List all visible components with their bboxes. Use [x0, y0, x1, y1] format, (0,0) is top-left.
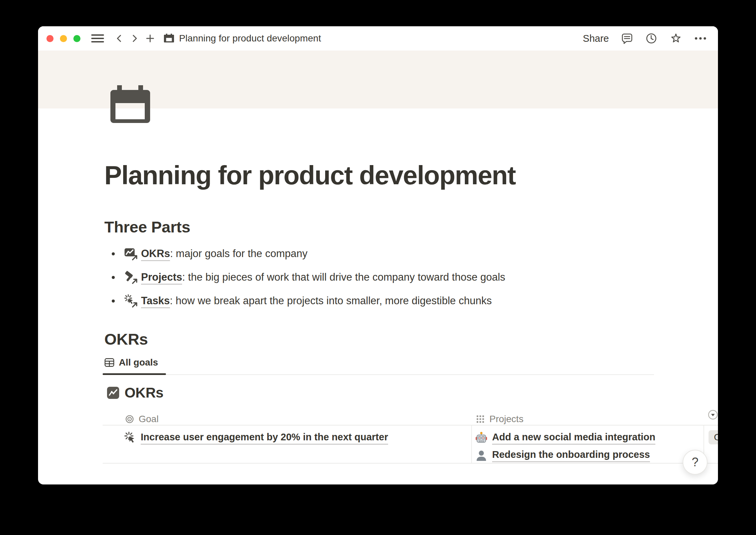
chart-increasing-icon [107, 387, 119, 399]
column-header-goal[interactable]: Goal [125, 412, 159, 426]
traffic-lights [46, 35, 80, 42]
column-header-label: Projects [489, 414, 523, 424]
breadcrumb-page-title[interactable]: Planning for product development [179, 33, 321, 44]
database-title[interactable]: OKRs [107, 385, 164, 401]
breadcrumb-calendar-icon [164, 33, 174, 43]
desktop-background: Planning for product development Share [0, 0, 756, 535]
notion-window: Planning for product development Share [38, 26, 718, 484]
page-title[interactable]: Planning for product development [104, 161, 516, 190]
project-link-row[interactable]: Redesign the onboarding process [475, 448, 650, 463]
column-header-projects[interactable]: Projects [475, 412, 523, 426]
status-badge[interactable]: O [709, 430, 718, 444]
page-calendar-icon[interactable] [110, 85, 150, 123]
column-divider[interactable] [471, 426, 472, 463]
list-item-projects: Projects: the big pieces of work that wi… [104, 265, 505, 289]
list-item-okrs: OKRs: major goals for the company [104, 242, 505, 265]
target-icon [125, 414, 135, 424]
favorite-star-icon[interactable] [669, 32, 682, 45]
bullet-dot [112, 276, 115, 279]
comments-icon[interactable] [621, 32, 633, 44]
projects-page-link[interactable]: Projects [141, 271, 182, 285]
project-page-link[interactable]: Add a new social media integration [492, 432, 655, 445]
tabbar-divider [103, 374, 654, 375]
new-tab-plus-icon[interactable] [145, 33, 155, 43]
cursor-click-link-icon [124, 294, 138, 308]
section-heading-three-parts[interactable]: Three Parts [104, 218, 190, 236]
tasks-page-link[interactable]: Tasks [141, 295, 170, 308]
titlebar-left: Planning for product development [38, 33, 321, 44]
project-link-row[interactable]: Add a new social media integration [475, 431, 655, 445]
cursor-click-icon [124, 431, 137, 445]
section-heading-okrs[interactable]: OKRs [104, 330, 148, 348]
list-item-tasks: Tasks: how we break apart the projects i… [104, 289, 505, 313]
three-parts-list: OKRs: major goals for the company Projec… [104, 242, 505, 313]
bullet-dot [112, 252, 115, 255]
table-header-divider [103, 425, 718, 426]
goal-page-link[interactable]: Increase user engagement by 20% in the n… [141, 432, 388, 445]
back-icon[interactable] [114, 33, 124, 43]
close-window-button[interactable] [46, 35, 54, 42]
help-button[interactable]: ? [683, 450, 708, 475]
database-title-label: OKRs [125, 385, 164, 401]
table-row-divider [103, 463, 718, 464]
list-item-text: Tasks: how we break apart the projects i… [141, 295, 492, 307]
view-tab-label: All goals [119, 357, 158, 368]
project-page-link[interactable]: Redesign the onboarding process [492, 449, 650, 462]
view-tab-all-goals[interactable]: All goals [104, 356, 158, 369]
list-item-text: OKRs: major goals for the company [141, 248, 308, 260]
share-button[interactable]: Share [583, 33, 609, 44]
person-silhouette-icon [475, 449, 488, 462]
history-clock-icon[interactable] [645, 32, 657, 44]
titlebar-right: Share [583, 32, 718, 45]
hamburger-menu-icon[interactable] [91, 34, 104, 43]
active-tab-underline [103, 373, 166, 375]
zoom-window-button[interactable] [73, 35, 80, 42]
list-item-text: Projects: the big pieces of work that wi… [141, 271, 505, 283]
bullet-dot [112, 300, 115, 303]
table-view-icon [104, 357, 114, 368]
dots-grid-icon [475, 414, 485, 424]
forward-icon[interactable] [130, 33, 140, 43]
hammer-link-icon [124, 271, 138, 284]
chart-increasing-link-icon [124, 247, 138, 260]
more-options-icon[interactable] [694, 37, 707, 40]
goal-cell[interactable]: Increase user engagement by 20% in the n… [124, 431, 388, 445]
okrs-page-link[interactable]: OKRs [141, 248, 170, 261]
robot-icon [475, 431, 488, 445]
titlebar: Planning for product development Share [38, 26, 718, 51]
column-header-label: Goal [139, 414, 159, 424]
minimize-window-button[interactable] [60, 35, 67, 42]
collapse-chevron-icon[interactable] [708, 410, 718, 420]
